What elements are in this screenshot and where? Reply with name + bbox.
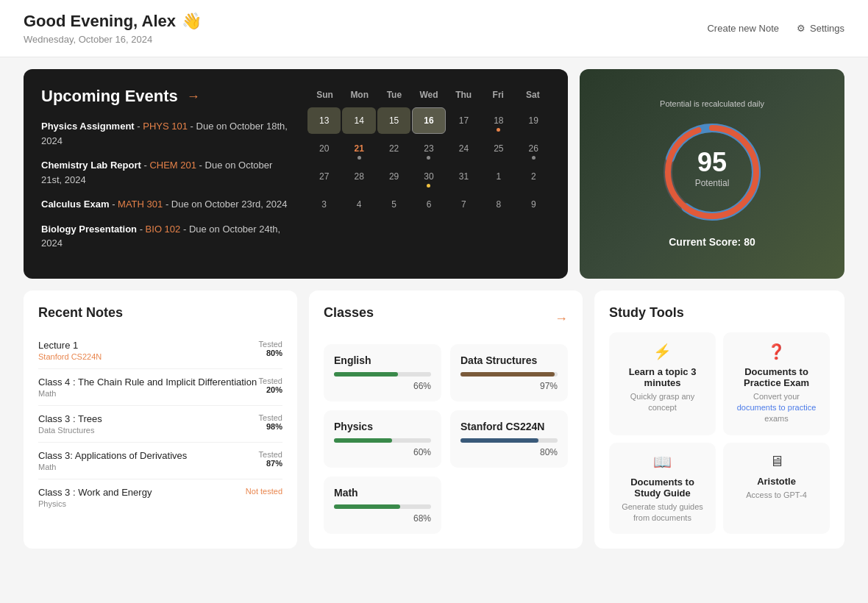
events-title: Upcoming Events → (41, 87, 290, 106)
event-4-name: Biology Presentation (41, 224, 137, 235)
mini-calendar: Sun Mon Tue Wed Thu Fri Sat 13 14 15 16 … (307, 87, 550, 261)
lightning-icon: ⚡ (619, 343, 705, 360)
event-3-due: - Due on October 23rd, 2024 (166, 199, 288, 210)
classes-arrow-icon[interactable]: → (555, 311, 568, 327)
top-row: Upcoming Events → Physics Assignment - P… (24, 69, 844, 279)
event-2-name: Chemistry Lab Report (41, 160, 141, 171)
event-4-course: BIO 102 (146, 224, 181, 235)
note-3-info: Class 3 : Trees Data Structures (38, 413, 102, 435)
cal-day-27[interactable]: 27 (307, 163, 341, 190)
note-5-info: Class 3 : Work and Energy Physics (38, 487, 152, 508)
note-item-3: Class 3 : Trees Data Structures Tested 9… (38, 406, 282, 443)
header-left: Good Evening, Alex 👋 Wednesday, October … (24, 12, 202, 45)
settings-button[interactable]: ⚙ Settings (797, 23, 844, 34)
classes-header: Classes → (324, 305, 568, 332)
cal-day-22[interactable]: 22 (377, 135, 410, 162)
class-card-stanford-cs224n: Stanford CS224N 80% (450, 410, 568, 468)
classes-panel: Classes → English 66% Data Structures 97… (309, 290, 583, 549)
class-card-data-structures: Data Structures 97% (450, 344, 568, 402)
note-2-info: Class 4 : The Chain Rule and Implicit Di… (38, 377, 257, 398)
monitor-icon: 🖥 (733, 453, 819, 470)
cal-day-18[interactable]: 18 (482, 107, 515, 134)
greeting-emoji: 👋 (182, 12, 202, 31)
note-item-4: Class 3: Applications of Derivatives Mat… (38, 443, 282, 479)
calendar-header: Sun Mon Tue Wed Thu Fri Sat (307, 87, 550, 103)
note-item-2: Class 4 : The Chain Rule and Implicit Di… (38, 369, 282, 406)
cal-day-26[interactable]: 26 (517, 135, 550, 162)
bottom-row: Recent Notes Lecture 1 Stanford CS224N T… (24, 290, 844, 549)
tool-learn-topic[interactable]: ⚡ Learn a topic 3 minutes Quickly grasp … (609, 332, 716, 435)
cal-day-5[interactable]: 5 (377, 191, 410, 218)
event-item-3: Calculus Exam - MATH 301 - Due on Octobe… (41, 197, 290, 212)
question-icon: ❓ (733, 343, 819, 360)
event-2-course: CHEM 201 (149, 160, 196, 171)
upcoming-events-panel: Upcoming Events → Physics Assignment - P… (24, 69, 568, 279)
potential-daily-label: Potential is recalculated daily (660, 99, 764, 108)
cal-day-14[interactable]: 14 (342, 107, 375, 134)
event-item-1: Physics Assignment - PHYS 101 - Due on O… (41, 119, 290, 148)
class-card-english: English 66% (324, 344, 441, 402)
gear-icon: ⚙ (797, 23, 805, 34)
cal-day-24[interactable]: 24 (447, 135, 480, 162)
create-note-button[interactable]: Create new Note (707, 23, 779, 34)
note-item-1: Lecture 1 Stanford CS224N Tested 80% (38, 332, 282, 369)
event-3-course: MATH 301 (118, 199, 163, 210)
header: Good Evening, Alex 👋 Wednesday, October … (0, 0, 868, 57)
book-icon: 📖 (619, 453, 705, 471)
cal-day-16[interactable]: 16 (412, 107, 445, 134)
tool-practice-exam[interactable]: ❓ Documents to Practice Exam Convert you… (723, 332, 830, 435)
note-1-info: Lecture 1 Stanford CS224N (38, 340, 102, 361)
cal-day-31[interactable]: 31 (447, 163, 480, 190)
tool-aristotle[interactable]: 🖥 Aristotle Access to GPT-4 (723, 443, 830, 535)
cal-day-28[interactable]: 28 (342, 163, 375, 190)
potential-widget: Potential is recalculated daily 95 Poten… (580, 69, 844, 279)
cal-day-21[interactable]: 21 (342, 135, 375, 162)
recent-notes-panel: Recent Notes Lecture 1 Stanford CS224N T… (24, 290, 297, 549)
cal-day-30[interactable]: 30 (412, 163, 445, 190)
tools-grid: ⚡ Learn a topic 3 minutes Quickly grasp … (609, 332, 830, 535)
cal-day-1[interactable]: 1 (482, 163, 515, 190)
main-content: Upcoming Events → Physics Assignment - P… (0, 57, 868, 560)
cal-day-23[interactable]: 23 (412, 135, 445, 162)
note-4-info: Class 3: Applications of Derivatives Mat… (38, 450, 187, 471)
cal-day-25[interactable]: 25 (482, 135, 515, 162)
events-list: Upcoming Events → Physics Assignment - P… (41, 87, 290, 261)
class-card-physics: Physics 60% (324, 410, 441, 468)
event-item-2: Chemistry Lab Report - CHEM 201 - Due on… (41, 158, 290, 187)
cal-day-20[interactable]: 20 (307, 135, 341, 162)
greeting-text: Good Evening, Alex (24, 12, 176, 31)
cal-day-6[interactable]: 6 (412, 191, 445, 218)
recent-notes-title: Recent Notes (38, 305, 282, 321)
events-arrow-icon[interactable]: → (187, 89, 200, 104)
cal-day-13[interactable]: 13 (307, 107, 341, 134)
potential-circle: 95 Potential (657, 117, 767, 227)
cal-day-17[interactable]: 17 (447, 107, 480, 134)
tool-study-guide[interactable]: 📖 Documents to Study Guide Generate stud… (609, 443, 716, 535)
current-score-label: Current Score: 80 (669, 236, 755, 248)
date-label: Wednesday, October 16, 2024 (24, 34, 202, 45)
potential-number-container: 95 Potential (695, 148, 730, 189)
cal-day-29[interactable]: 29 (377, 163, 410, 190)
cal-day-8[interactable]: 8 (482, 191, 515, 218)
header-right: Create new Note ⚙ Settings (707, 23, 844, 34)
note-item-5: Class 3 : Work and Energy Physics Not te… (38, 479, 282, 515)
potential-sublabel: Potential (695, 179, 730, 189)
cal-day-2[interactable]: 2 (517, 163, 550, 190)
cal-day-3[interactable]: 3 (307, 191, 341, 218)
cal-day-9[interactable]: 9 (517, 191, 550, 218)
greeting: Good Evening, Alex 👋 (24, 12, 202, 31)
event-3-name: Calculus Exam (41, 199, 110, 210)
cal-day-15[interactable]: 15 (377, 107, 410, 134)
cal-day-19[interactable]: 19 (517, 107, 550, 134)
cal-day-7[interactable]: 7 (447, 191, 480, 218)
event-1-name: Physics Assignment (41, 121, 135, 132)
cal-day-4[interactable]: 4 (342, 191, 375, 218)
study-tools-panel: Study Tools ⚡ Learn a topic 3 minutes Qu… (594, 290, 844, 549)
settings-label: Settings (810, 23, 844, 34)
event-item-4: Biology Presentation - BIO 102 - Due on … (41, 222, 290, 251)
calendar-grid: 13 14 15 16 17 18 19 20 21 22 23 24 25 2… (307, 107, 550, 218)
class-card-math: Math 68% (324, 477, 441, 534)
classes-grid: English 66% Data Structures 97% Physics … (324, 344, 568, 534)
study-tools-title: Study Tools (609, 305, 830, 321)
potential-score: 95 (695, 148, 730, 179)
